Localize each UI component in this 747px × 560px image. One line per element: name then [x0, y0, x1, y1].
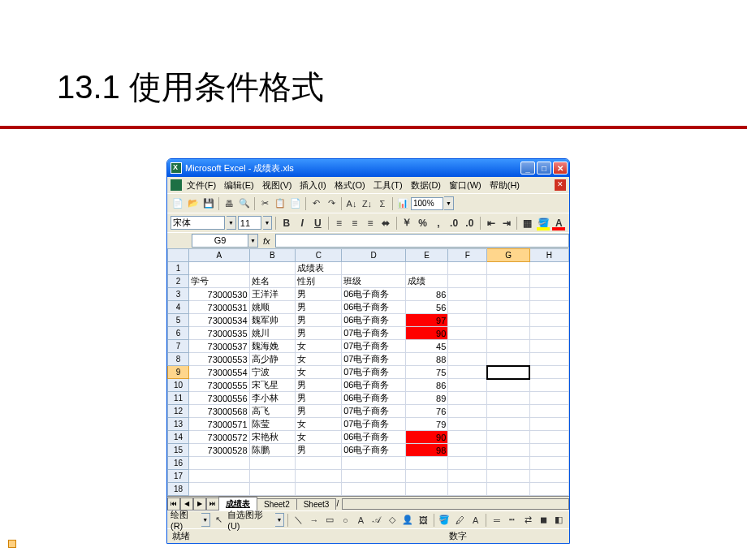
align-left-icon[interactable]: ≡ — [332, 216, 346, 230]
cell-sex[interactable]: 男 — [296, 379, 342, 392]
selected-cell[interactable] — [487, 366, 529, 379]
cell-class[interactable]: 07电子商务 — [342, 366, 406, 379]
cell-class[interactable]: 06电子商务 — [342, 431, 406, 444]
row-header[interactable]: 17 — [168, 470, 189, 483]
size-dropdown-icon[interactable]: ▼ — [263, 216, 273, 230]
cell-name[interactable]: 魏海娩 — [249, 340, 296, 353]
bold-button[interactable]: B — [279, 216, 293, 230]
cell-sex[interactable]: 女 — [296, 353, 342, 366]
cell-score[interactable]: 89 — [405, 392, 447, 405]
arrow-style-icon[interactable]: ⇄ — [521, 513, 535, 528]
cut-icon[interactable]: ✂ — [257, 196, 272, 211]
cell-score[interactable]: 56 — [405, 301, 447, 314]
cell-class[interactable]: 06电子商务 — [342, 314, 406, 327]
autoshape-menu[interactable]: 自选图形(U) — [227, 509, 274, 531]
line-style-icon[interactable]: ═ — [490, 513, 503, 528]
picture-icon[interactable]: 🖼 — [417, 513, 430, 528]
cell-id[interactable]: 73000556 — [189, 392, 249, 405]
header-sex[interactable]: 性别 — [296, 275, 342, 288]
sort-desc-icon[interactable]: Z↓ — [360, 196, 374, 211]
header-id[interactable]: 学号 — [189, 275, 249, 288]
fill-color-icon[interactable]: 🪣 — [537, 216, 551, 230]
paste-icon[interactable]: 📄 — [288, 196, 303, 211]
cell-sex[interactable]: 男 — [296, 327, 342, 340]
cell-class[interactable]: 06电子商务 — [342, 379, 406, 392]
menu-file[interactable]: 文件(F) — [184, 178, 219, 193]
sheet-tab[interactable]: Sheet3 — [296, 498, 337, 510]
row-header[interactable]: 6 — [168, 327, 189, 340]
cell-name[interactable]: 魏军帅 — [249, 314, 296, 327]
cell-id[interactable]: 73000571 — [189, 418, 249, 431]
header-class[interactable]: 班级 — [342, 275, 406, 288]
cell-score[interactable]: 45 — [405, 340, 447, 353]
line-color-icon[interactable]: 🖊 — [453, 513, 467, 528]
row-header[interactable]: 11 — [168, 392, 189, 405]
row-header[interactable]: 7 — [168, 340, 189, 353]
clipart-icon[interactable]: 👤 — [400, 513, 414, 528]
cell-score[interactable]: 75 — [405, 366, 447, 379]
cell-score[interactable]: 86 — [405, 379, 447, 392]
indent-inc-icon[interactable]: ⇥ — [499, 216, 513, 230]
cell-class[interactable]: 06电子商务 — [342, 392, 406, 405]
col-header-F[interactable]: F — [448, 249, 487, 262]
cell-name[interactable]: 陈莹 — [249, 418, 296, 431]
cell-class[interactable]: 07电子商务 — [342, 405, 406, 418]
row-header[interactable]: 4 — [168, 301, 189, 314]
cell-class[interactable]: 07电子商务 — [342, 340, 406, 353]
cell-name[interactable]: 李小林 — [249, 392, 296, 405]
row-header[interactable]: 1 — [168, 262, 189, 275]
col-header-H[interactable]: H — [529, 249, 568, 262]
cell-id[interactable]: 73000572 — [189, 431, 249, 444]
dash-style-icon[interactable]: ┅ — [505, 513, 519, 528]
percent-icon[interactable]: % — [416, 216, 430, 230]
cell-name[interactable]: 姚顺 — [249, 301, 296, 314]
col-header-G[interactable]: G — [487, 249, 529, 262]
textbox-icon[interactable]: A — [354, 513, 368, 528]
close-button[interactable]: ✕ — [553, 162, 568, 174]
col-header-D[interactable]: D — [342, 249, 406, 262]
menu-tools[interactable]: 工具(T) — [370, 178, 406, 193]
oval-icon[interactable]: ○ — [339, 513, 352, 528]
cell-score[interactable]: 90 — [405, 431, 447, 444]
autoshape-dropdown-icon[interactable]: ▼ — [275, 513, 285, 527]
shadow-icon[interactable]: ◼ — [537, 513, 551, 528]
cell-id[interactable]: 73000537 — [189, 340, 249, 353]
draw-dropdown-icon[interactable]: ▼ — [201, 513, 211, 527]
cell-name[interactable]: 王洋洋 — [249, 288, 296, 301]
preview-icon[interactable]: 🔍 — [237, 196, 252, 211]
row-header[interactable]: 8 — [168, 353, 189, 366]
cell-sex[interactable]: 男 — [296, 314, 342, 327]
cell-score[interactable]: 98 — [405, 444, 447, 457]
cell-sex[interactable]: 女 — [296, 366, 342, 379]
undo-icon[interactable]: ↶ — [309, 196, 323, 211]
menu-view[interactable]: 视图(V) — [259, 178, 296, 193]
align-center-icon[interactable]: ≡ — [348, 216, 361, 230]
cell-name[interactable]: 高飞 — [249, 405, 296, 418]
cell-sex[interactable]: 男 — [296, 444, 342, 457]
maximize-button[interactable]: □ — [537, 162, 551, 174]
sheet-title-cell[interactable]: 成绩表 — [296, 262, 342, 275]
formula-input[interactable] — [275, 234, 569, 248]
cell-sex[interactable]: 女 — [296, 431, 342, 444]
3d-icon[interactable]: ◧ — [552, 513, 566, 528]
diagram-icon[interactable]: ◇ — [385, 513, 399, 528]
cell-score[interactable]: 90 — [405, 327, 447, 340]
cell-id[interactable]: 73000530 — [189, 288, 249, 301]
col-header-B[interactable]: B — [249, 249, 296, 262]
row-header[interactable]: 15 — [168, 444, 189, 457]
open-icon[interactable]: 📂 — [186, 196, 201, 211]
sum-icon[interactable]: Σ — [375, 196, 390, 211]
row-header[interactable]: 9 — [168, 366, 189, 379]
col-header-C[interactable]: C — [296, 249, 342, 262]
row-header[interactable]: 18 — [168, 483, 189, 496]
redo-icon[interactable]: ↷ — [324, 196, 339, 211]
row-header[interactable]: 3 — [168, 288, 189, 301]
cell-class[interactable]: 07电子商务 — [342, 327, 406, 340]
save-icon[interactable]: 💾 — [201, 196, 216, 211]
row-header[interactable]: 16 — [168, 457, 189, 470]
menu-edit[interactable]: 编辑(E) — [221, 178, 257, 193]
cell-id[interactable]: 73000568 — [189, 405, 249, 418]
cell-id[interactable]: 73000534 — [189, 314, 249, 327]
menu-window[interactable]: 窗口(W) — [446, 178, 485, 193]
cell-name[interactable]: 姚川 — [249, 327, 296, 340]
